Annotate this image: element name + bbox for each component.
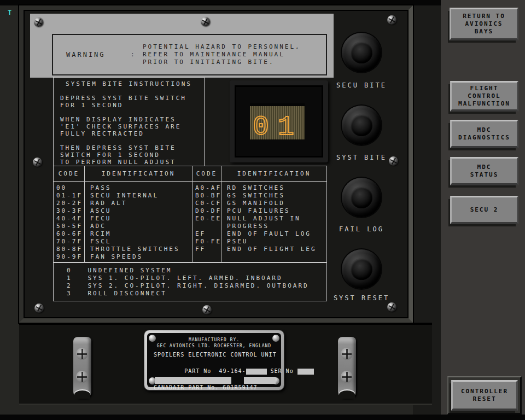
screw-icon <box>387 302 396 312</box>
ident-column-right: RD SWITCHES GS SWITCHES GS MANIFOLD PCU … <box>221 182 326 262</box>
fail-log-switch[interactable] <box>342 178 381 217</box>
display-screen: 01 <box>250 103 305 139</box>
bottom-edge <box>0 415 525 420</box>
controller-reset-button[interactable]: CONTROLLER RESET <box>451 380 518 411</box>
plate-blank-bar <box>155 377 231 384</box>
code-column-left: 00 01-1F 20-2F 30-3F 40-4F 50-5F 60-6F 7… <box>54 182 85 262</box>
left-latch-handle[interactable] <box>73 337 91 398</box>
rivet-icon <box>272 335 279 342</box>
screw-icon <box>34 304 44 313</box>
syst-reset-label: SYST RESET <box>320 294 402 302</box>
warning-text: POTENTIAL HAZARD TO PERSONNEL, REFER TO … <box>143 43 301 66</box>
manufacturer-plate: MANUFACTURED BY. GEC AVIONICS LTD. ROCHE… <box>144 330 284 390</box>
secu-bite-panel-screen: T WARNING : POTENTIAL HAZARD TO PERSONNE… <box>0 0 525 420</box>
plate-part-label: PART No 49-164- <box>184 368 246 374</box>
system-legend-box: 0 UNDEFINED SYSTEM 1 SYS 1. CO-PILOT. LE… <box>53 262 327 301</box>
t-mark: T <box>8 9 11 16</box>
screw-icon <box>76 371 88 383</box>
instructions-text: DEPRESS SYST BITE SWITCH FOR 1 SECOND WH… <box>54 88 204 166</box>
button-label: SECU 2 <box>470 206 499 214</box>
ident-header-right: IDENTIFICATION <box>221 166 326 182</box>
flight-control-malfunction-button[interactable]: FLIGHT CONTROL MALFUNCTION <box>450 81 518 112</box>
serial-number-blank <box>298 369 314 375</box>
syst-reset-switch[interactable] <box>342 249 381 289</box>
secu-bite-label: SECU BITE <box>320 81 402 89</box>
screw-icon <box>387 15 396 25</box>
button-label: FLIGHT CONTROL MALFUNCTION <box>458 85 510 108</box>
manufacturer-plate-face: MANUFACTURED BY. GEC AVIONICS LTD. ROCHE… <box>147 333 281 387</box>
screw-icon <box>389 156 398 166</box>
instructions-title: SYSTEM BITE INSTRUCTIONS <box>54 78 204 88</box>
plate-blank-bar <box>244 377 276 384</box>
code-header-right: CODE <box>192 166 221 182</box>
plate-maker: GEC AVIONICS LTD. ROCHESTER, ENGLAND <box>147 343 281 349</box>
button-label: RETURN TO AVIONICS BAYS <box>463 13 505 36</box>
screw-icon <box>341 371 353 383</box>
plate-unit-name: SPOILERS ELECTRONIC CONTROL UNIT <box>147 351 281 358</box>
screw-icon <box>201 17 210 26</box>
screw-icon <box>33 158 42 167</box>
warning-box: WARNING : POTENTIAL HAZARD TO PERSONNEL,… <box>52 34 327 75</box>
secu-2-button[interactable]: SECU 2 <box>450 196 518 224</box>
plate-made-by: MANUFACTURED BY. <box>147 337 281 343</box>
top-edge <box>0 0 441 5</box>
ident-header-left: IDENTIFICATION <box>85 166 192 182</box>
mdc-status-button[interactable]: MDC STATUS <box>450 157 518 185</box>
display-value: 01 <box>253 112 303 139</box>
screw-icon <box>76 348 88 360</box>
button-label: MDC DIAGNOSTICS <box>458 126 510 142</box>
mdc-diagnostics-button[interactable]: MDC DIAGNOSTICS <box>450 120 518 148</box>
screw-icon <box>341 348 353 360</box>
plate-canadair-row: CANADAIR PART No. 601R59147 <box>147 384 281 391</box>
plate-blank-bars <box>155 377 276 384</box>
bite-code-display: 01 <box>230 80 328 162</box>
right-latch-handle[interactable] <box>338 337 356 398</box>
code-column-right: A0-AF B0-BF C0-CF D0-DF E0-EE EF F0-FE F… <box>192 182 221 262</box>
syst-bite-switch[interactable] <box>342 106 381 145</box>
plate-ser-label: SER No <box>271 368 294 374</box>
ident-column-left: PASS SECU INTERNAL RAD ALT ASCU FECU ADC… <box>85 182 192 262</box>
secu-bite-switch[interactable] <box>342 33 381 72</box>
screw-icon <box>34 18 43 27</box>
warning-separator: : <box>131 51 143 59</box>
return-to-avionics-bays-button[interactable]: RETURN TO AVIONICS BAYS <box>450 8 518 40</box>
warning-label: WARNING <box>66 51 131 59</box>
button-label: CONTROLLER RESET <box>461 388 508 403</box>
screw-icon <box>202 305 212 314</box>
button-label: MDC STATUS <box>470 164 499 179</box>
display-digits-svg: 01 <box>250 106 305 139</box>
fault-code-table: CODE IDENTIFICATION CODE IDENTIFICATION … <box>53 166 327 262</box>
part-number-blank <box>246 369 267 375</box>
code-header-left: CODE <box>54 166 85 182</box>
rivet-icon <box>149 335 156 342</box>
bite-instructions-box: SYSTEM BITE INSTRUCTIONS DEPRESS SYST BI… <box>53 77 205 166</box>
fail-log-label: FAIL LOG <box>320 225 402 233</box>
